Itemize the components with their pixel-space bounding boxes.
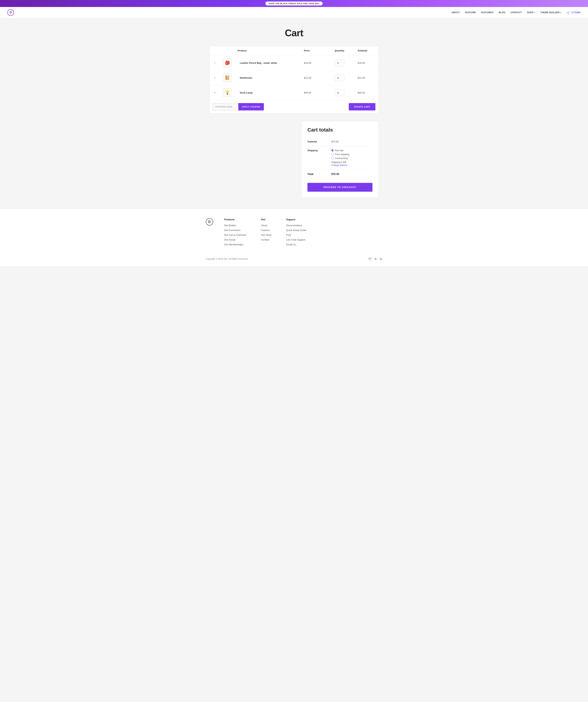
total-value: $70.00 (331, 172, 339, 176)
shipping-state: CA (343, 161, 346, 163)
shipping-options-list: Flat rate Free shipping Local pickup (331, 149, 372, 159)
footer-link-divi-cart[interactable]: Divi Cart & Checkout (224, 234, 246, 236)
twitter-icon[interactable]: ✕ (374, 257, 377, 260)
footer-divi-heading: Divi (261, 218, 271, 221)
product-thumb-1 (223, 58, 232, 67)
nav-theme-builder[interactable]: THEME BUILDER ▾ (541, 11, 562, 14)
update-cart-button[interactable]: UPDATE CART (349, 103, 375, 110)
proceed-checkout-button[interactable]: PROCEED TO CHECKOUT (308, 183, 372, 192)
product-price-2: $12.00 (304, 77, 311, 79)
product-price-1: $18.00 (304, 62, 311, 64)
total-row: Total $70.00 (308, 169, 372, 179)
page-title: Cart (4, 27, 584, 38)
footer-support-heading: Support (286, 218, 306, 221)
shipping-flat-label: Flat rate (335, 149, 344, 152)
table-row: × Desk Lamp $40.00 $40.00 (210, 85, 378, 100)
nav-contact[interactable]: CONTACT (510, 11, 522, 14)
footer-link-divi-memberships[interactable]: Divi Memberships (224, 243, 243, 246)
footer-link-our-team[interactable]: Our Team (261, 234, 271, 236)
shipping-option-free[interactable]: Free shipping (331, 153, 372, 156)
footer-col-divi: Divi About Careers Our Team Contact (261, 218, 271, 246)
footer-link-careers[interactable]: Careers (261, 229, 269, 232)
footer-link-divi-social[interactable]: Divi Social (224, 238, 235, 241)
logo[interactable]: D (7, 9, 14, 16)
footer-link-email-us[interactable]: Email Us (286, 243, 296, 246)
table-row: × Leather Pencil Bag - small, white $18.… (210, 55, 378, 71)
remove-item-2[interactable]: × (213, 76, 217, 79)
table-row: × Notebooks $12.00 $12.00 (210, 71, 378, 85)
product-name-3[interactable]: Desk Lamp (238, 91, 252, 94)
footer-divi-list: About Careers Our Team Contact (261, 224, 271, 241)
footer-social:  ✕ ◎ (369, 257, 382, 261)
main-nav: ABOUT FEATURE FEATURES BLOG CONTACT SHOP… (452, 11, 581, 14)
list-item: About (261, 224, 271, 227)
footer-columns: Products Divi Builder Divi Commerce Divi… (224, 218, 382, 246)
apply-coupon-button[interactable]: APPLY COUPON (238, 103, 264, 110)
product-subtotal-1: $18.00 (358, 62, 365, 64)
list-item: Quick Setup Guide (286, 229, 306, 232)
footer-link-quick-setup[interactable]: Quick Setup Guide (286, 229, 306, 232)
list-item: Divi Builder (224, 224, 246, 227)
footer-link-faq[interactable]: FAQ (286, 234, 291, 236)
shipping-option-local[interactable]: Local pickup (331, 157, 372, 159)
list-item: Divi Memberships (224, 243, 246, 246)
remove-item-3[interactable]: × (213, 91, 217, 94)
nav-shop[interactable]: SHOP ▾ (527, 11, 535, 14)
footer-products-heading: Products (224, 218, 246, 221)
list-item: Contact (261, 238, 271, 241)
footer-col-products: Products Divi Builder Divi Commerce Divi… (224, 218, 246, 246)
footer-bottom: Copyright © 2023 Divi. All Rights Reserv… (206, 253, 382, 261)
shipping-free-label: Free shipping (335, 153, 349, 156)
change-address-link[interactable]: Change address (331, 164, 372, 166)
shipping-address-note: Shipping to CA. (331, 161, 372, 163)
total-label: Total (308, 172, 331, 176)
list-item: Divi Social (224, 238, 246, 241)
footer-logo: D (206, 218, 213, 226)
nav-feature[interactable]: FEATURE (465, 11, 476, 14)
product-subtotal-2: $12.00 (358, 77, 365, 79)
top-banner: SHOP THE BLACK FRIDAY SALE AND SAVE BIG! (0, 0, 588, 7)
nav-cart[interactable]: 🛒 3 ITEMS (567, 11, 581, 14)
coupon-input[interactable] (213, 103, 238, 110)
shipping-row: Shipping Flat rate Free shipping (308, 146, 372, 169)
product-name-2[interactable]: Notebooks (238, 77, 252, 79)
footer-link-live-chat[interactable]: Live Chat Support (286, 238, 306, 241)
footer-copyright: Copyright © 2023 Divi. All Rights Reserv… (206, 258, 248, 260)
cart-icon: 🛒 (567, 11, 570, 14)
remove-item-1[interactable]: × (213, 62, 217, 64)
list-item: Documentation (286, 224, 306, 227)
product-qty-3[interactable] (335, 89, 344, 96)
nav-features[interactable]: FEATURES (481, 11, 493, 14)
list-item: FAQ (286, 233, 306, 236)
product-subtotal-3: $40.00 (358, 91, 365, 94)
list-item: Our Team (261, 233, 271, 236)
cart-actions: APPLY COUPON UPDATE CART (210, 100, 378, 113)
product-qty-1[interactable] (335, 60, 344, 66)
list-item: Divi Cart & Checkout (224, 233, 246, 236)
footer-link-divi-builder[interactable]: Divi Builder (224, 224, 236, 227)
subtotal-row: Subtotal $70.00 (308, 137, 372, 146)
footer-link-about[interactable]: About (261, 224, 267, 227)
facebook-icon[interactable]:  (369, 257, 371, 261)
cart-totals: Cart totals Subtotal $70.00 Shipping Fla… (301, 121, 378, 198)
pencil-bag-icon (225, 61, 230, 65)
shipping-option-flat[interactable]: Flat rate (331, 149, 372, 152)
header: D ABOUT FEATURE FEATURES BLOG CONTACT SH… (0, 7, 588, 18)
shipping-label: Shipping (308, 149, 331, 152)
footer-col-support: Support Documentation Quick Setup Guide … (286, 218, 306, 246)
shipping-radio-free[interactable] (331, 153, 334, 155)
shipping-radio-flat[interactable] (331, 149, 334, 152)
footer-link-divi-commerce[interactable]: Divi Commerce (224, 229, 241, 232)
nav-about[interactable]: ABOUT (452, 11, 460, 14)
footer-link-contact[interactable]: Contact (261, 238, 269, 241)
footer-link-documentation[interactable]: Documentation (286, 224, 302, 227)
instagram-icon[interactable]: ◎ (380, 257, 382, 261)
banner-text: SHOP THE BLACK FRIDAY SALE AND SAVE BIG! (265, 1, 323, 5)
shipping-radio-local[interactable] (331, 157, 334, 159)
product-name-1[interactable]: Leather Pencil Bag - small, white (238, 62, 277, 64)
nav-blog[interactable]: BLOG (499, 11, 505, 14)
theme-builder-dropdown-arrow: ▾ (561, 12, 562, 14)
cart-table: Product Price Quantity Subtotal × Leathe… (210, 46, 378, 100)
product-qty-2[interactable] (335, 75, 344, 81)
shipping-local-label: Local pickup (335, 157, 348, 159)
